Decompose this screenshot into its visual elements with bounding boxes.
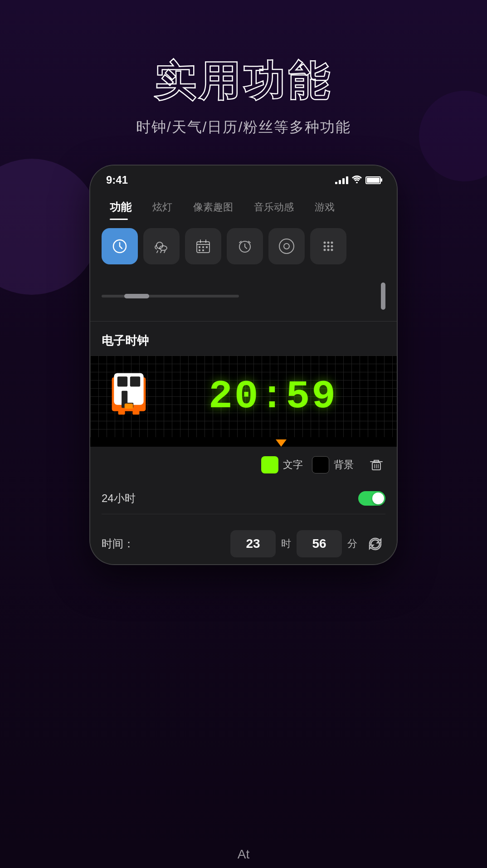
header-section: 实用功能 时钟/天气/日历/粉丝等多种功能: [0, 0, 487, 165]
battery-icon: [365, 176, 381, 184]
time-row-label: 时间：: [102, 536, 134, 551]
slider-section: [90, 273, 397, 321]
svg-rect-9: [202, 249, 204, 251]
time-display: 20:59: [209, 374, 337, 419]
bg-color-swatch[interactable]: [312, 456, 329, 473]
svg-rect-29: [118, 410, 125, 414]
icon-calendar[interactable]: [185, 228, 221, 264]
svg-point-13: [324, 242, 326, 244]
bg-color-item: 背景: [312, 456, 354, 473]
svg-rect-8: [199, 249, 200, 251]
svg-rect-5: [199, 246, 200, 248]
vertical-slider[interactable]: [381, 283, 385, 310]
icon-alarm[interactable]: [227, 228, 263, 264]
svg-rect-7: [206, 246, 208, 248]
at-text: At: [238, 847, 249, 862]
refresh-button[interactable]: [365, 534, 385, 554]
text-color-item: 文字: [261, 456, 303, 473]
color-controls: 文字 背景: [90, 447, 397, 483]
svg-point-18: [331, 245, 333, 248]
triangle-pointer: [276, 439, 287, 447]
phone-container: 9:41: [0, 165, 487, 565]
toggle-knob: [372, 493, 384, 504]
icon-settings[interactable]: [268, 228, 305, 264]
svg-point-16: [324, 245, 326, 248]
subtitle: 时钟/天气/日历/粉丝等多种功能: [0, 117, 487, 137]
tab-music[interactable]: 音乐动感: [246, 196, 302, 219]
svg-point-12: [284, 244, 289, 249]
status-time: 9:41: [106, 174, 128, 186]
minutes-input[interactable]: 56: [297, 530, 342, 557]
icon-grid[interactable]: [310, 228, 346, 264]
icon-grid: [90, 219, 397, 273]
svg-rect-28: [125, 404, 133, 409]
tab-features[interactable]: 功能: [102, 195, 140, 219]
text-color-label: 文字: [283, 458, 303, 472]
tab-pixel[interactable]: 像素趣图: [185, 196, 241, 219]
slider-thumb: [124, 294, 149, 298]
clock-section: 电子时钟: [90, 322, 397, 447]
tab-flashlight[interactable]: 炫灯: [144, 196, 180, 219]
svg-point-20: [327, 249, 330, 251]
setting-24hour-label: 24小时: [102, 491, 136, 506]
phone-mockup: 9:41: [89, 165, 398, 565]
svg-rect-25: [130, 376, 140, 386]
tab-game[interactable]: 游戏: [307, 196, 343, 219]
main-title: 实用功能: [0, 59, 487, 104]
signal-icon: [335, 176, 348, 184]
clock-display: 20:59: [90, 356, 397, 437]
setting-24hour: 24小时: [102, 483, 385, 514]
trash-button[interactable]: [367, 456, 385, 474]
triangle-container: [90, 437, 397, 447]
svg-rect-24: [117, 376, 127, 386]
svg-point-0: [356, 182, 358, 183]
status-icons: [335, 175, 381, 185]
nav-tabs: 功能 炫灯 像素趣图 音乐动感 游戏: [90, 191, 397, 219]
svg-rect-30: [132, 410, 139, 414]
minutes-unit: 分: [347, 537, 357, 551]
svg-point-14: [327, 242, 330, 244]
settings-section: 24小时: [90, 483, 397, 523]
svg-point-19: [324, 249, 326, 251]
icon-weather[interactable]: [143, 228, 180, 264]
svg-point-17: [327, 245, 330, 248]
slider-track[interactable]: [102, 295, 239, 297]
hours-input[interactable]: 23: [230, 530, 276, 557]
svg-point-21: [331, 249, 333, 251]
status-bar: 9:41: [90, 166, 397, 191]
svg-point-15: [331, 242, 333, 244]
bottom-area: At: [0, 841, 487, 868]
svg-rect-6: [202, 246, 204, 248]
bg-color-label: 背景: [334, 458, 354, 472]
toggle-24hour[interactable]: [358, 491, 385, 506]
svg-point-11: [279, 239, 294, 254]
time-row: 时间： 23 时 56 分: [90, 523, 397, 564]
hours-unit: 时: [281, 537, 291, 551]
icon-clock[interactable]: [102, 228, 138, 264]
pixel-time: 20:59: [158, 374, 388, 419]
clock-title: 电子时钟: [90, 322, 397, 356]
pixel-mascot: [99, 365, 158, 428]
wifi-icon: [352, 175, 362, 185]
text-color-swatch[interactable]: [261, 456, 278, 473]
